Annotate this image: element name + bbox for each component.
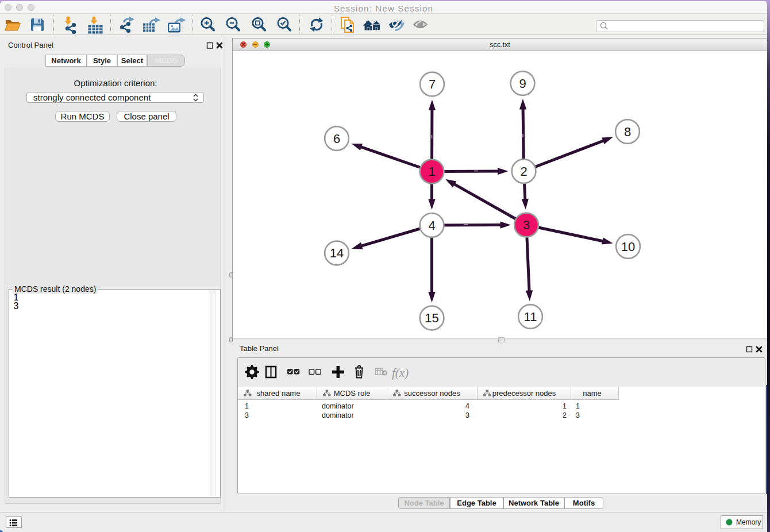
svg-text:11: 11 [524,310,537,324]
svg-text:1: 1 [428,164,435,179]
svg-text:f(x): f(x) [392,366,409,380]
svg-text:7: 7 [429,77,436,91]
svg-text:8: 8 [624,125,631,139]
svg-text:6: 6 [333,132,340,146]
svg-text:3: 3 [523,218,530,232]
svg-text:2: 2 [520,164,527,179]
svg-text:9: 9 [519,76,526,91]
svg-text:14: 14 [330,246,344,260]
svg-text:4: 4 [428,218,435,233]
svg-text:15: 15 [425,311,438,325]
svg-text:10: 10 [621,240,635,254]
